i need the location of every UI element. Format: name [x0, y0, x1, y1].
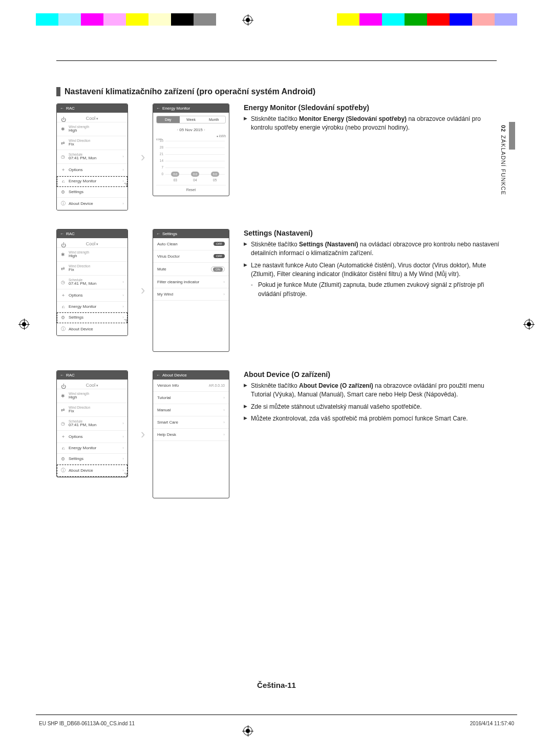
energy-monitor-text: Stiskněte tlačítko Monitor Energy (Sledo… — [244, 115, 502, 133]
clock-icon: ◷ — [60, 421, 66, 426]
about-device-row[interactable]: ⓘAbout Device›☜ — [57, 465, 127, 477]
back-icon[interactable] — [60, 106, 64, 111]
tab-week[interactable]: Week — [180, 116, 203, 123]
wind-strength-row[interactable]: ✱Wind strengthHigh — [57, 248, 127, 262]
toggle-on-icon[interactable]: ON — [213, 267, 223, 271]
energy-monitor-row[interactable]: ⎌Energy Monitor› — [57, 443, 127, 454]
version-row[interactable]: Version InfoAR.0.0.10 — [153, 380, 229, 392]
about-device-row[interactable]: ⓘAbout Device — [57, 323, 127, 335]
monitor-icon: ⎌ — [60, 304, 66, 309]
about-device-row[interactable]: ⓘ About Device › — [57, 198, 127, 210]
rac-phone-mockup: RAC ⏻ Cool ✱Wind strengthHigh ⇄Wind Dire… — [56, 370, 128, 477]
section-tab-marker — [509, 122, 515, 150]
registration-mark-icon — [243, 15, 252, 25]
page-number: Čeština-11 — [0, 681, 553, 689]
bullet-item: Lze nastavit funkce Auto Clean (Automati… — [244, 261, 502, 299]
chevron-right-icon: › — [122, 421, 124, 426]
settings-panel: Settings Auto CleanOFF Virus DoctorOFF M… — [153, 229, 229, 352]
wind-strength-row[interactable]: ✱Wind strengthHigh — [57, 389, 127, 403]
mute-row[interactable]: MuteON — [153, 263, 229, 276]
bullet-item: Stiskněte tlačítko Monitor Energy (Sledo… — [244, 115, 502, 133]
help-desk-row[interactable]: Help Desk› — [153, 429, 229, 441]
registration-mark-icon — [19, 320, 29, 329]
date-nav[interactable]: 05 Nov 2015 — [156, 128, 226, 132]
gear-icon: ⚙ — [60, 190, 66, 195]
my-wind-row[interactable]: My Wind› — [153, 288, 229, 301]
wind-direction-row[interactable]: ⇄Wind DirectionFix — [57, 262, 127, 276]
energy-monitor-row[interactable]: ⎌ Energy Monitor › ☜ — [57, 176, 127, 187]
gear-icon: ⚙ — [60, 315, 66, 320]
tab-month[interactable]: Month — [202, 116, 225, 123]
fan-icon: ✱ — [60, 127, 66, 132]
settings-row[interactable]: ⚙Settings› — [57, 454, 127, 465]
mode-selector[interactable]: ⏻ Cool — [57, 238, 127, 248]
monitor-icon: ⎌ — [60, 446, 66, 451]
mode-selector[interactable]: ⏻ Cool — [57, 380, 127, 389]
plus-icon: ＋ — [60, 292, 66, 299]
about-panel: About Device Version InfoAR.0.0.10 Tutor… — [153, 370, 229, 498]
chart-legend: kWh — [156, 134, 226, 138]
wind-strength-row[interactable]: ✱ Wind strength High — [57, 122, 127, 136]
manual-row[interactable]: Manual› — [153, 404, 229, 416]
print-color-bar-right — [337, 13, 517, 26]
options-row[interactable]: ＋ Options › — [57, 164, 127, 176]
wind-direction-row[interactable]: ⇄ Wind Direction Fix — [57, 136, 127, 150]
registration-mark-icon — [243, 726, 252, 736]
power-icon[interactable]: ⏻ — [61, 384, 66, 389]
settings-row[interactable]: ⚙Settings›☜ — [57, 312, 127, 323]
settings-row[interactable]: ⚙ Settings — [57, 187, 127, 198]
tab-day[interactable]: Day — [157, 116, 180, 123]
flow-arrow-icon: › — [141, 426, 145, 442]
chevron-right-icon: › — [122, 456, 124, 461]
energy-monitor-block: RAC ⏻ Cool ✱ Wind strength High ⇄ — [56, 103, 502, 211]
registration-mark-icon — [524, 320, 534, 329]
options-row[interactable]: ＋Options› — [57, 289, 127, 302]
virus-doctor-row[interactable]: Virus DoctorOFF — [153, 250, 229, 263]
rac-phone-mockup: RAC ⏻ Cool ✱Wind strengthHigh ⇄Wind Dire… — [56, 229, 128, 336]
schedule-row[interactable]: ◷ Schedule 07:41 PM, Mon › — [57, 150, 127, 164]
power-icon[interactable]: ⏻ — [61, 242, 66, 248]
tutorial-row[interactable]: Tutorial› — [153, 392, 229, 404]
smart-care-row[interactable]: Smart Care› — [153, 416, 229, 429]
toggle-off-icon[interactable]: OFF — [214, 242, 225, 246]
fan-icon: ✱ — [60, 393, 66, 398]
page-title: Nastavení klimatizačního zařízení (pro o… — [56, 87, 502, 96]
bullet-item: Můžete zkontrolovat, zda váš spotřebič m… — [244, 414, 502, 423]
panel-header: Energy Monitor — [153, 104, 229, 113]
chevron-right-icon: › — [122, 446, 124, 450]
direction-icon: ⇄ — [60, 407, 66, 412]
back-icon[interactable] — [156, 106, 160, 111]
back-icon[interactable] — [156, 232, 160, 236]
auto-clean-row[interactable]: Auto CleanOFF — [153, 238, 229, 250]
back-icon[interactable] — [60, 373, 64, 377]
wind-direction-row[interactable]: ⇄Wind DirectionFix — [57, 403, 127, 417]
back-icon[interactable] — [156, 373, 160, 377]
print-color-bar-left — [36, 13, 216, 26]
direction-icon: ⇄ — [60, 140, 66, 145]
schedule-row[interactable]: ◷Schedule07:41 PM, Mon› — [57, 417, 127, 431]
chevron-right-icon: › — [122, 293, 124, 298]
settings-text: Stiskněte tlačítko Settings (Nastavení) … — [244, 240, 502, 299]
settings-block: RAC ⏻ Cool ✱Wind strengthHigh ⇄Wind Dire… — [56, 229, 502, 352]
footer-filename: EU SHP IB_DB68-06113A-00_CS.indd 11 — [39, 721, 135, 726]
reset-button[interactable]: Reset — [156, 185, 226, 193]
filter-row[interactable]: Filter cleaning indicator› — [153, 276, 229, 288]
mode-selector[interactable]: ⏻ Cool — [57, 113, 127, 122]
settings-heading: Settings (Nastavení) — [244, 229, 502, 237]
toggle-off-icon[interactable]: OFF — [214, 254, 225, 258]
back-icon[interactable] — [60, 232, 64, 236]
energy-chart: kWh 35 28 21 14 7 0 0.0 — [156, 139, 226, 182]
bullet-item: Stiskněte tlačítko About Device (O zaříz… — [244, 382, 502, 400]
period-tabs[interactable]: Day Week Month — [156, 116, 226, 123]
schedule-row[interactable]: ◷Schedule07:41 PM, Mon› — [57, 276, 127, 289]
options-row[interactable]: ＋Options› — [57, 431, 127, 443]
gear-icon: ⚙ — [60, 456, 66, 461]
phone-title: RAC — [66, 106, 75, 111]
chevron-right-icon: › — [122, 154, 124, 159]
energy-monitor-row[interactable]: ⎌Energy Monitor› — [57, 302, 127, 312]
energy-monitor-panel: Energy Monitor Day Week Month 05 Nov 201… — [153, 103, 229, 196]
power-icon[interactable]: ⏻ — [61, 117, 66, 122]
footer-timestamp: 2016/4/14 11:57:40 — [470, 721, 514, 726]
chevron-right-icon: › — [223, 395, 225, 400]
flow-arrow-icon: › — [141, 149, 145, 165]
